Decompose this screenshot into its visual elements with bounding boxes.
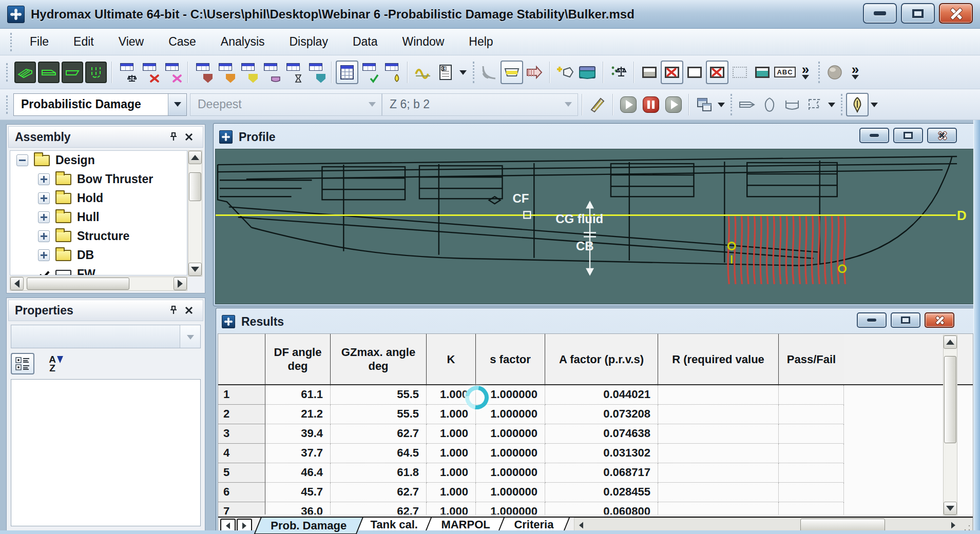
pass-fail-cell[interactable] <box>779 483 844 502</box>
df-angle-cell[interactable]: 21.2 <box>265 405 331 424</box>
chevron-down-icon[interactable] <box>559 94 578 115</box>
add-surface-button[interactable] <box>554 61 577 84</box>
r-value-cell[interactable] <box>658 502 779 515</box>
layer-crossed-1-button[interactable] <box>661 61 683 84</box>
scroll-thumb[interactable] <box>27 278 129 290</box>
gzmax-angle-cell[interactable]: 62.7 <box>331 483 427 502</box>
maximize-button[interactable] <box>891 312 920 328</box>
gzmax-angle-cell[interactable]: 64.5 <box>331 444 427 463</box>
menu-item[interactable]: Window <box>390 35 457 49</box>
scroll-right-icon[interactable] <box>174 277 187 290</box>
tree-item[interactable]: Hull <box>10 208 187 227</box>
pause-analysis-button[interactable] <box>640 93 662 116</box>
scroll-thumb[interactable] <box>944 356 956 443</box>
tree-expander-icon[interactable] <box>16 154 28 166</box>
maximize-button[interactable] <box>893 128 923 143</box>
a-factor-cell[interactable]: 0.028455 <box>545 483 658 502</box>
column-header[interactable]: DF angle deg <box>265 334 331 384</box>
equilibrium-button[interactable] <box>161 61 184 84</box>
scroll-up-icon[interactable] <box>188 151 202 164</box>
layer-teal-button[interactable] <box>751 61 774 84</box>
analysis-type-combo[interactable]: Probabilistic Damage <box>13 93 187 116</box>
layer-half-button[interactable] <box>638 61 661 84</box>
minimize-button[interactable] <box>859 128 889 143</box>
menu-item[interactable]: Edit <box>61 35 106 49</box>
row-number-cell[interactable]: 4 <box>218 444 265 463</box>
pin-icon[interactable] <box>166 303 181 318</box>
large-angle-stability-button[interactable] <box>139 61 161 84</box>
tree-item[interactable]: Hold <box>10 189 187 208</box>
row-number-cell[interactable]: 5 <box>218 463 265 483</box>
r-value-cell[interactable] <box>658 483 779 502</box>
table-row[interactable]: 4 37.7 64.5 1.000 1.000000 0.031302 <box>218 444 973 463</box>
menu-item[interactable]: Help <box>456 35 505 49</box>
window-layout-arrow[interactable] <box>716 93 727 116</box>
k-cell[interactable]: 1.000 <box>427 463 476 483</box>
pass-fail-cell[interactable] <box>779 385 844 405</box>
tree-expander-icon[interactable] <box>38 249 50 261</box>
tree-expander-icon[interactable] <box>38 192 50 204</box>
probabilistic-damage-button[interactable] <box>305 61 328 84</box>
view-bodyplan-button[interactable] <box>85 62 107 83</box>
column-header[interactable]: A factor (p.r.v.s) <box>545 334 658 384</box>
tree-expander-icon[interactable] <box>38 173 50 185</box>
tree-item[interactable]: DB <box>10 246 187 265</box>
r-value-cell[interactable] <box>658 424 779 444</box>
a-factor-cell[interactable]: 0.044021 <box>545 385 658 405</box>
s-factor-cell[interactable]: 1.000000 <box>476 483 545 502</box>
minimize-button[interactable] <box>863 3 897 24</box>
pass-fail-cell[interactable] <box>779 502 844 515</box>
tree-item[interactable]: FW <box>10 265 187 275</box>
a-factor-cell[interactable]: 0.068717 <box>545 463 658 483</box>
column-header[interactable]: GZmax. angle deg <box>331 334 427 384</box>
row-number-cell[interactable]: 7 <box>218 502 265 515</box>
pass-fail-cell[interactable] <box>779 444 844 463</box>
tree-item[interactable]: Structure <box>10 227 187 246</box>
table-row[interactable]: 2 21.2 55.5 1.000 1.000000 0.073208 <box>218 405 973 424</box>
menu-item[interactable]: Display <box>277 35 340 49</box>
k-cell[interactable]: 1.000 <box>427 444 476 463</box>
table-row[interactable]: 6 45.7 62.7 1.000 1.000000 0.028455 <box>218 483 973 502</box>
categorized-view-button[interactable] <box>11 353 34 374</box>
open-design-button[interactable] <box>577 61 599 84</box>
a-factor-cell[interactable]: 0.073208 <box>545 405 658 424</box>
tree-expander-icon[interactable] <box>38 230 50 242</box>
s-factor-cell[interactable]: 1.000000 <box>476 405 545 424</box>
view-plan-button[interactable] <box>62 62 83 83</box>
hull-profile-button[interactable] <box>736 93 758 116</box>
condition-combo[interactable]: Deepest <box>190 93 382 116</box>
column-header[interactable] <box>218 334 265 384</box>
column-header[interactable]: s factor <box>476 334 545 384</box>
view-perspective-button[interactable] <box>14 62 36 83</box>
highlight-pen-button[interactable] <box>846 93 869 116</box>
report-button[interactable]: 3 <box>434 61 457 84</box>
hull-tank-button[interactable] <box>781 93 803 116</box>
column-header[interactable]: K <box>427 334 476 384</box>
results-vertical-scrollbar[interactable] <box>943 335 957 516</box>
close-button[interactable] <box>939 3 973 24</box>
hull-plan-button[interactable] <box>803 93 826 116</box>
scroll-left-icon[interactable] <box>10 277 24 290</box>
menu-item[interactable]: View <box>106 35 156 49</box>
df-angle-cell[interactable]: 46.4 <box>265 463 331 483</box>
s-factor-cell[interactable]: 1.000000 <box>476 444 545 463</box>
column-header[interactable]: Pass/Fail <box>779 334 844 384</box>
chevron-down-icon[interactable] <box>363 94 381 115</box>
menu-item[interactable]: Case <box>156 35 208 49</box>
table-row[interactable]: 5 46.4 61.8 1.000 1.000000 0.068717 <box>218 463 973 483</box>
s-factor-cell[interactable]: 1.000000 <box>476 502 545 515</box>
row-number-cell[interactable]: 1 <box>218 385 265 405</box>
r-value-cell[interactable] <box>658 385 779 405</box>
layer-dotted-button[interactable] <box>728 61 751 84</box>
results-tab[interactable]: Prob. Damage <box>254 518 363 534</box>
pass-fail-cell[interactable] <box>779 463 844 483</box>
damage-case-combo[interactable]: Z 6; b 2 <box>382 93 578 116</box>
table-row[interactable]: 3 39.4 62.7 1.000 1.000000 0.074638 <box>218 424 973 444</box>
r-value-cell[interactable] <box>658 463 779 483</box>
layer-crossed-2-button[interactable] <box>706 61 728 84</box>
gzmax-angle-cell[interactable]: 61.8 <box>331 463 427 483</box>
table-row[interactable]: 7 36.0 62.7 1.000 1.000000 0.060800 <box>218 502 973 515</box>
df-angle-cell[interactable]: 36.0 <box>265 502 331 515</box>
assembly-horizontal-scrollbar[interactable] <box>10 276 187 291</box>
gzmax-angle-cell[interactable]: 55.5 <box>331 385 427 405</box>
